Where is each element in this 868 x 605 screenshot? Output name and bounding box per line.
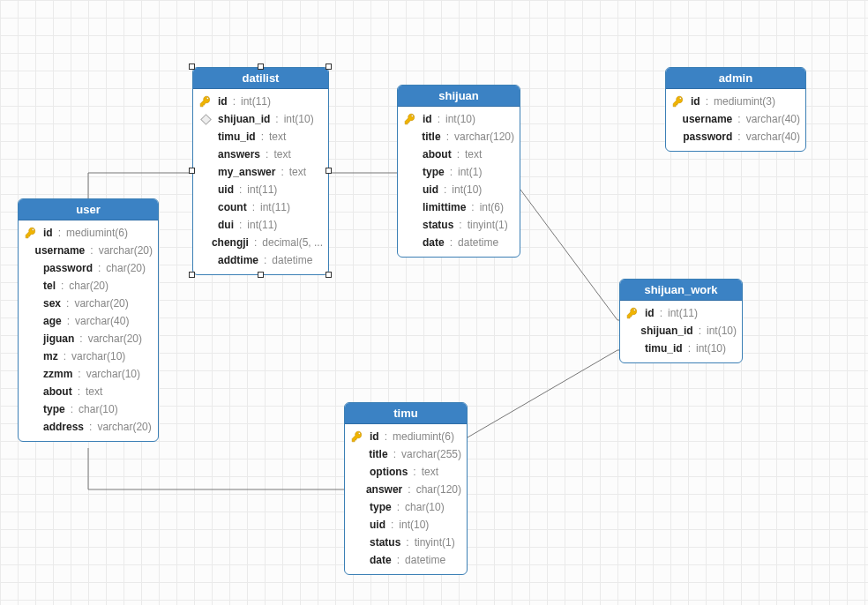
column-type: text — [465, 146, 482, 163]
column-row[interactable]: status: tinyint(1) — [350, 534, 461, 551]
column-row[interactable]: password: char(20) — [24, 259, 153, 277]
column-row[interactable]: shijuan_id: int(10) — [625, 322, 737, 340]
column-row[interactable]: date: datetime — [403, 234, 514, 251]
column-name: password — [43, 259, 93, 277]
column-row[interactable]: tel: char(20) — [24, 277, 153, 295]
selection-handle[interactable] — [258, 63, 264, 70]
column-row[interactable]: limittime: int(6) — [403, 198, 514, 216]
type-separator: : — [266, 146, 268, 163]
column-row[interactable]: title: varchar(120) — [403, 128, 514, 146]
column-row[interactable]: mz: varchar(10) — [24, 347, 153, 365]
selection-handle[interactable] — [189, 272, 195, 278]
column-row[interactable]: addtime: datetime — [198, 251, 323, 269]
column-row[interactable]: id: int(10) — [403, 110, 514, 128]
entity-header[interactable]: timu — [345, 403, 467, 424]
type-separator: : — [281, 163, 283, 181]
column-row[interactable]: type: int(1) — [403, 163, 514, 181]
column-row[interactable]: id: mediumint(3) — [671, 93, 800, 110]
column-row[interactable]: sex: varchar(20) — [24, 295, 153, 312]
column-row[interactable]: dui: int(11) — [198, 216, 323, 234]
selection-handle[interactable] — [326, 63, 332, 70]
column-name: id — [645, 304, 655, 322]
type-separator: : — [450, 234, 453, 251]
column-row[interactable]: shijuan_id: int(10) — [198, 110, 323, 128]
column-row[interactable]: answers: text — [198, 146, 323, 163]
column-row[interactable]: username: varchar(20) — [24, 242, 153, 259]
entity-fields: id: mediumint(6)username: varchar(20)pas… — [19, 220, 158, 441]
entity-header[interactable]: user — [19, 199, 158, 220]
type-separator: : — [78, 383, 80, 400]
column-row[interactable]: address: varchar(20) — [24, 418, 153, 436]
type-separator: : — [61, 277, 64, 295]
column-row[interactable]: zzmm: varchar(10) — [24, 365, 153, 383]
column-row[interactable]: uid: int(10) — [350, 516, 461, 534]
column-type: datetime — [458, 234, 498, 251]
selection-handle[interactable] — [189, 63, 195, 70]
column-row[interactable]: title: varchar(255) — [350, 445, 461, 463]
column-row[interactable]: status: tinyint(1) — [403, 216, 514, 234]
column-row[interactable]: type: char(10) — [24, 400, 153, 418]
column-row[interactable]: username: varchar(40) — [671, 110, 800, 128]
selection-handle[interactable] — [326, 168, 332, 174]
column-row[interactable]: type: char(10) — [350, 498, 461, 516]
column-type: varchar(40) — [75, 312, 129, 330]
entity-datilist[interactable]: datilistid: int(11)shijuan_id: int(10)ti… — [192, 67, 329, 275]
column-type: varchar(40) — [746, 110, 800, 128]
column-row[interactable]: options: text — [350, 463, 461, 481]
column-row[interactable]: timu_id: text — [198, 128, 323, 146]
column-type: varchar(20) — [88, 330, 142, 347]
column-row[interactable]: id: int(11) — [198, 93, 323, 110]
entity-admin[interactable]: adminid: mediumint(3)username: varchar(4… — [665, 67, 806, 152]
column-row[interactable]: password: varchar(40) — [671, 128, 800, 146]
entity-timu[interactable]: timuid: mediumint(6)title: varchar(255)o… — [344, 402, 468, 575]
column-row[interactable]: jiguan: varchar(20) — [24, 330, 153, 347]
entity-header[interactable]: datilist — [193, 68, 328, 89]
column-row[interactable]: age: varchar(40) — [24, 312, 153, 330]
column-row[interactable]: id: mediumint(6) — [350, 428, 461, 445]
column-name: address — [43, 418, 84, 436]
primary-key-icon — [24, 227, 38, 239]
type-separator: : — [233, 93, 236, 110]
type-separator: : — [397, 551, 400, 569]
selection-handle[interactable] — [258, 272, 264, 278]
column-row[interactable]: id: int(11) — [625, 304, 737, 322]
entity-shijuan_work[interactable]: shijuan_workid: int(11)shijuan_id: int(1… — [619, 279, 743, 363]
column-row[interactable]: count: int(11) — [198, 198, 323, 216]
type-separator: : — [239, 181, 242, 198]
entity-user[interactable]: userid: mediumint(6)username: varchar(20… — [18, 198, 159, 442]
selection-handle[interactable] — [189, 168, 195, 174]
column-row[interactable]: timu_id: int(10) — [625, 340, 737, 357]
column-name: tel — [43, 277, 56, 295]
column-name: count — [218, 198, 247, 216]
column-row[interactable]: uid: int(11) — [198, 181, 323, 198]
column-row[interactable]: chengji: decimal(5, ... — [198, 234, 323, 251]
type-separator: : — [737, 110, 740, 128]
type-separator: : — [58, 224, 61, 242]
column-row[interactable]: answer: char(120) — [350, 481, 461, 498]
column-name: shijuan_id — [218, 110, 270, 128]
type-separator: : — [67, 312, 70, 330]
column-type: datetime — [405, 551, 445, 569]
entity-header[interactable]: admin — [666, 68, 805, 89]
column-row[interactable]: uid: int(10) — [403, 181, 514, 198]
column-name: id — [43, 224, 53, 242]
column-row[interactable]: about: text — [403, 146, 514, 163]
column-name: uid — [370, 516, 385, 534]
column-name: my_answer — [218, 163, 275, 181]
erd-canvas[interactable]: userid: mediumint(6)username: varchar(20… — [0, 0, 868, 605]
type-separator: : — [438, 110, 440, 128]
column-type: varchar(10) — [71, 347, 125, 365]
type-separator: : — [737, 128, 740, 146]
column-name: type — [423, 163, 445, 181]
entity-header[interactable]: shijuan_work — [620, 280, 742, 301]
column-row[interactable]: date: datetime — [350, 551, 461, 569]
column-row[interactable]: my_answer: text — [198, 163, 323, 181]
column-type: char(20) — [69, 277, 108, 295]
selection-handle[interactable] — [326, 272, 332, 278]
column-row[interactable]: about: text — [24, 383, 153, 400]
column-row[interactable]: id: mediumint(6) — [24, 224, 153, 242]
entity-shijuan[interactable]: shijuanid: int(10)title: varchar(120)abo… — [397, 85, 520, 258]
column-type: char(20) — [106, 259, 146, 277]
type-separator: : — [264, 251, 266, 269]
entity-header[interactable]: shijuan — [398, 86, 520, 107]
